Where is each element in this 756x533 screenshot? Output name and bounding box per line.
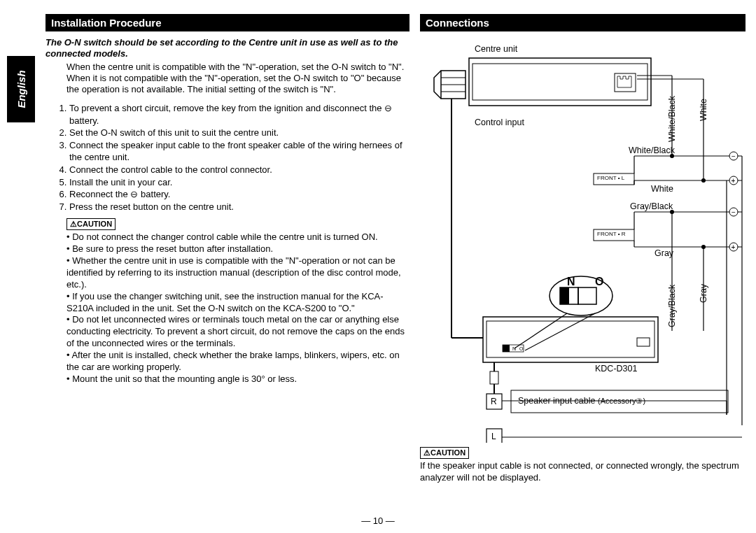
label-model: KDC-D301 (595, 364, 637, 374)
label-front-l: FRONT • L (597, 175, 624, 181)
caution-item: If you use the changer switching unit, s… (66, 291, 410, 315)
label-wb-vert: White/Black (667, 96, 677, 142)
caution-item: Be sure to press the reset button after … (66, 243, 410, 255)
caution-text-right: If the speaker input cable is not connec… (420, 460, 746, 484)
svg-text:−: − (732, 152, 736, 160)
caution-item: Do not connect the changer control cable… (66, 232, 410, 243)
label-white: White (651, 184, 673, 194)
svg-rect-0 (469, 58, 651, 106)
svg-text:N: N (512, 346, 516, 351)
step-item: Set the O-N switch of this unit to suit … (69, 127, 410, 139)
label-gb: Gray/Black (630, 201, 673, 211)
label-r: R (491, 397, 497, 406)
svg-rect-1 (472, 64, 648, 100)
label-gb-vert: Gray/Black (667, 285, 677, 327)
step-item: Install the unit in your car. (69, 176, 410, 189)
step-item: To prevent a short circuit, remove the k… (69, 102, 410, 127)
svg-text:N: N (567, 276, 575, 287)
caution-list: Do not connect the changer control cable… (66, 232, 410, 385)
step-item: Reconnect the ⊖ battery. (69, 188, 410, 201)
label-front-r: FRONT • R (597, 231, 625, 237)
caution-label-right: ⚠CAUTION (420, 447, 469, 459)
right-column: Connections (420, 14, 746, 484)
step-item: Connect the control cable to the control… (69, 164, 410, 176)
caution-item: Mount the unit so that the mounting angl… (66, 374, 410, 385)
label-white-vert: White (699, 99, 708, 121)
intro-desc: When the centre unit is compatible with … (66, 62, 410, 96)
svg-text:O: O (519, 346, 524, 351)
label-gray: Gray (654, 248, 673, 258)
label-centre-unit: Centre unit (475, 44, 517, 54)
step-item: Connect the speaker input cable to the f… (69, 139, 410, 164)
label-wb: White/Black (629, 145, 675, 155)
page-number: — 10 — (361, 516, 395, 526)
caution-item: Do not let unconnected wires or terminal… (66, 314, 410, 350)
svg-text:+: + (732, 177, 736, 185)
label-speaker-cable: Speaker input cable (Accessory③) (518, 396, 645, 406)
svg-rect-18 (560, 287, 569, 304)
language-tab: English (7, 56, 35, 122)
left-column: Installation Procedure The O-N switch sh… (46, 14, 410, 484)
caution-item: Whether the centre unit in use is compat… (66, 255, 410, 291)
svg-rect-9 (483, 317, 658, 362)
svg-text:O: O (595, 276, 603, 287)
label-control-input: Control input (475, 118, 524, 127)
svg-text:+: + (732, 243, 736, 251)
label-l: L (491, 432, 496, 441)
step-item: Press the reset button on the centre uni… (69, 201, 410, 213)
svg-text:−: − (732, 208, 736, 216)
svg-rect-12 (503, 345, 510, 352)
wiring-diagram: N O N O (420, 37, 746, 443)
svg-rect-57 (490, 371, 498, 384)
connections-header: Connections (420, 14, 746, 31)
label-gray-vert: Gray (699, 284, 708, 303)
intro-bold: The O-N switch should be set according t… (46, 37, 410, 60)
install-steps: To prevent a short circuit, remove the k… (69, 102, 410, 213)
svg-rect-15 (637, 338, 650, 346)
caution-item: After the unit is installed, check wheth… (66, 350, 410, 374)
install-header: Installation Procedure (46, 14, 410, 31)
caution-label: ⚠CAUTION (66, 218, 115, 230)
